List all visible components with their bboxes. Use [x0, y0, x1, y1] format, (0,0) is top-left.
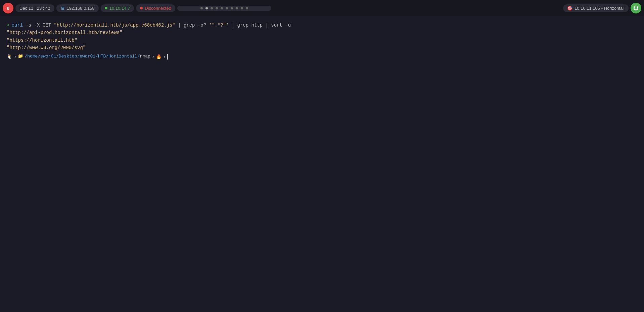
local-ip-button[interactable]: 🖥 192.168.0.158 — [56, 4, 99, 12]
local-ip-label: 192.168.0.158 — [67, 6, 95, 11]
output-line-1: "http://api-prod.horizontall.htb/reviews… — [7, 29, 637, 36]
path-folder-icon: 📁 — [18, 53, 23, 60]
tabs-dots-button[interactable] — [177, 6, 271, 11]
disconnected-label: Disconnected — [145, 6, 171, 11]
logo-button[interactable]: e — [3, 3, 13, 13]
power-icon: ⏻ — [633, 5, 639, 11]
prompt-arrow: > — [7, 22, 9, 29]
power-button[interactable]: ⏻ — [631, 3, 641, 13]
path-text: /home/ewor01/Desktop/ewor01/HTB/Horizont… — [25, 53, 150, 60]
dot-1 — [200, 7, 203, 9]
topbar: e Dec 11 | 23 : 42 🖥 192.168.0.158 10.10… — [0, 0, 644, 16]
vpn-ip-label: 10.10.14.7 — [109, 6, 130, 11]
linux-penguin-icon: 🐧 — [7, 53, 12, 61]
prompt-chevron-3: › — [163, 53, 166, 61]
datetime-label: Dec 11 | 23 : 42 — [19, 6, 50, 11]
monitor-icon: 🖥 — [60, 6, 65, 11]
terminal[interactable]: > curl -s -X GET "http://horizontall.htb… — [0, 16, 644, 312]
prompt-chevron-2: › — [152, 53, 154, 61]
command-line: > curl -s -X GET "http://horizontall.htb… — [7, 22, 637, 29]
logo-label: e — [7, 5, 10, 11]
prompt-chevron-1: › — [14, 53, 16, 61]
cursor — [167, 54, 168, 60]
dot-10 — [246, 7, 248, 9]
vpn-status-dot — [105, 7, 107, 9]
disconnected-dot — [140, 7, 143, 9]
target-icon: 🎯 — [567, 6, 572, 11]
output-line-3: "http://www.w3.org/2000/svg" — [7, 44, 637, 51]
target-button[interactable]: 🎯 10.10.11.105 - Horizontall — [563, 4, 629, 12]
datetime-button[interactable]: Dec 11 | 23 : 42 — [15, 4, 54, 12]
dot-2 — [205, 7, 208, 9]
dot-5 — [221, 7, 223, 9]
vpn-ip-button[interactable]: 10.10.14.7 — [101, 4, 134, 12]
dot-4 — [216, 7, 218, 9]
output-line-2: "https://horizontall.htb" — [7, 37, 637, 44]
new-prompt-line: 🐧 › 📁 /home/ewor01/Desktop/ewor01/HTB/Ho… — [7, 53, 637, 61]
dots-container — [200, 7, 248, 9]
fire-icon: 🔥 — [156, 53, 162, 61]
dot-3 — [211, 7, 213, 9]
disconnected-button[interactable]: Disconnected — [136, 4, 175, 12]
target-label: 10.10.11.105 - Horizontall — [574, 6, 625, 11]
command-text: curl -s -X GET "http://horizontall.htb/j… — [11, 22, 291, 29]
dot-7 — [231, 7, 233, 9]
dot-6 — [226, 7, 228, 9]
dot-9 — [241, 7, 243, 9]
dot-8 — [236, 7, 238, 9]
